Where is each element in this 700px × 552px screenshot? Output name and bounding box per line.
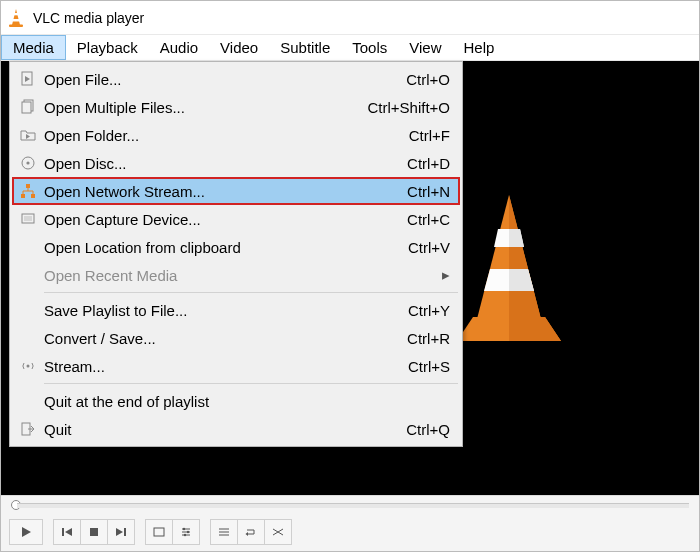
menu-label: Open Multiple Files... [44,99,347,116]
svg-rect-29 [90,528,98,536]
menu-label: Quit [44,421,386,438]
menu-shortcut: Ctrl+Y [388,302,450,319]
shuffle-button[interactable] [264,519,292,545]
menu-shortcut: Ctrl+C [387,211,450,228]
menu-label: Open Folder... [44,127,389,144]
menu-quit[interactable]: Quit Ctrl+Q [12,415,460,443]
app-icon [7,8,25,28]
svg-rect-15 [22,102,31,113]
svg-marker-28 [65,528,72,536]
stream-icon [12,358,44,374]
svg-rect-32 [154,528,164,536]
capture-icon [12,211,44,227]
svg-marker-5 [509,195,541,319]
media-dropdown: Open File... Ctrl+O Open Multiple Files.… [9,61,463,447]
svg-marker-30 [116,528,123,536]
menu-video[interactable]: Video [209,35,269,60]
svg-point-24 [27,365,30,368]
menu-shortcut: Ctrl+Q [386,421,450,438]
menu-label: Open Disc... [44,155,387,172]
menu-shortcut: Ctrl+S [388,358,450,375]
svg-marker-0 [12,9,20,25]
menu-open-recent-media[interactable]: Open Recent Media ▸ [12,261,460,289]
svg-point-34 [187,531,189,533]
menu-open-disc[interactable]: Open Disc... Ctrl+D [12,149,460,177]
menu-label: Open File... [44,71,386,88]
menu-tools[interactable]: Tools [341,35,398,60]
stop-button[interactable] [80,519,108,545]
next-button[interactable] [107,519,135,545]
svg-marker-16 [26,134,30,139]
menu-separator [44,383,458,384]
svg-marker-13 [25,76,30,82]
vlc-cone-icon [449,189,569,349]
menu-label: Open Network Stream... [44,183,387,200]
menu-open-folder[interactable]: Open Folder... Ctrl+F [12,121,460,149]
file-play-icon [12,71,44,87]
menu-playback[interactable]: Playback [66,35,149,60]
menu-label: Quit at the end of playlist [44,393,450,410]
menu-shortcut: Ctrl+O [386,71,450,88]
chevron-right-icon: ▸ [436,266,450,284]
menu-open-file[interactable]: Open File... Ctrl+O [12,65,460,93]
bottom-bar [1,495,699,551]
menu-audio[interactable]: Audio [149,35,209,60]
svg-point-18 [26,161,29,164]
menu-convert-save[interactable]: Convert / Save... Ctrl+R [12,324,460,352]
svg-marker-9 [509,269,534,291]
svg-rect-3 [9,24,23,27]
menu-shortcut: Ctrl+N [387,183,450,200]
menu-open-capture-device[interactable]: Open Capture Device... Ctrl+C [12,205,460,233]
menu-separator [44,292,458,293]
svg-marker-7 [509,229,524,247]
loop-button[interactable] [237,519,265,545]
menubar: Media Playback Audio Video Subtitle Tool… [1,35,699,61]
menu-shortcut: Ctrl+V [388,239,450,256]
menu-media[interactable]: Media [1,35,66,60]
svg-rect-19 [26,184,30,188]
menu-label: Save Playlist to File... [44,302,388,319]
files-icon [12,99,44,115]
menu-view[interactable]: View [398,35,452,60]
menu-label: Stream... [44,358,388,375]
svg-rect-20 [21,194,25,198]
quit-icon [12,421,44,437]
previous-button[interactable] [53,519,81,545]
menu-shortcut: Ctrl+D [387,155,450,172]
menu-quit-end-playlist[interactable]: Quit at the end of playlist [12,387,460,415]
svg-point-35 [184,534,186,536]
svg-marker-36 [246,532,249,536]
play-button[interactable] [9,519,43,545]
menu-save-playlist[interactable]: Save Playlist to File... Ctrl+Y [12,296,460,324]
svg-rect-23 [24,216,32,221]
menu-label: Convert / Save... [44,330,387,347]
menu-label: Open Location from clipboard [44,239,388,256]
menu-help[interactable]: Help [453,35,506,60]
extended-settings-button[interactable] [172,519,200,545]
seek-track[interactable] [17,503,689,508]
svg-rect-27 [62,528,64,536]
seek-bar[interactable] [1,496,699,514]
svg-point-33 [183,528,185,530]
playback-controls [1,514,699,550]
svg-rect-21 [31,194,35,198]
menu-subtitle[interactable]: Subtitle [269,35,341,60]
disc-icon [12,155,44,171]
menu-shortcut: Ctrl+R [387,330,450,347]
menu-stream[interactable]: Stream... Ctrl+S [12,352,460,380]
menu-label: Open Capture Device... [44,211,387,228]
menu-label: Open Recent Media [44,267,436,284]
playlist-button[interactable] [210,519,238,545]
svg-rect-31 [124,528,126,536]
svg-marker-26 [22,527,31,537]
fullscreen-button[interactable] [145,519,173,545]
svg-marker-11 [509,317,561,341]
svg-rect-2 [12,19,19,22]
menu-shortcut: Ctrl+F [389,127,450,144]
menu-open-location-clipboard[interactable]: Open Location from clipboard Ctrl+V [12,233,460,261]
menu-open-network-stream[interactable]: Open Network Stream... Ctrl+N [12,177,460,205]
menu-shortcut: Ctrl+Shift+O [347,99,450,116]
window-title: VLC media player [33,10,144,26]
titlebar: VLC media player [1,1,699,35]
menu-open-multiple-files[interactable]: Open Multiple Files... Ctrl+Shift+O [12,93,460,121]
